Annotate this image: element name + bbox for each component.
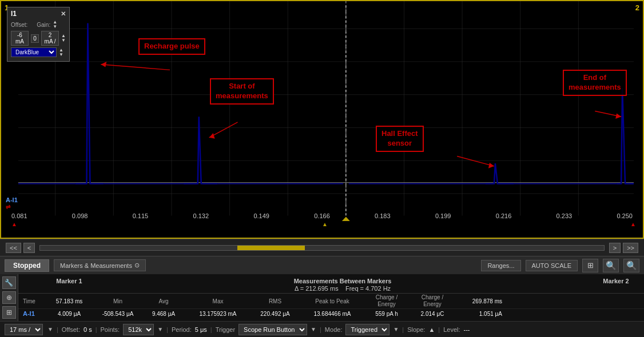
meas-header-row: Marker 1 Measurements Between Markers Δ … (18, 276, 644, 294)
color-select[interactable]: DarkBlue Blue Red Green (11, 47, 57, 57)
zoom-in-icon[interactable]: 🔍 (603, 259, 619, 272)
xaxis-labels: 0.081 0.098 0.115 0.132 0.149 0.166 0.18… (1, 212, 643, 219)
xaxis-center-arrow: ▲ (322, 221, 328, 227)
svg-marker-21 (209, 133, 215, 139)
between-header: Measurements Between Markers Δ = 212.695… (95, 278, 590, 292)
marker1-header: Marker 1 (43, 278, 95, 284)
xaxis-2: 0.115 (133, 212, 149, 219)
auto-scale-btn[interactable]: AUTO SCALE (526, 260, 578, 271)
tool-crosshair[interactable]: ⊕ (2, 291, 16, 304)
gain-arrows[interactable]: ▲▼ (53, 20, 57, 29)
scope-container: 1 2 (0, 0, 644, 337)
tools-panel: 🔧 ⊕ ⊞ (0, 274, 18, 321)
svg-marker-23 (488, 163, 494, 168)
nav-left[interactable]: < (23, 243, 35, 253)
channel-title: I1 (11, 10, 17, 18)
channel-panel: I1 ✕ Offset: Gain: ▲▼ -6 mA 0 2 mA / ▲▼ … (7, 7, 70, 62)
status-button[interactable]: Stopped (5, 259, 49, 272)
color-arrows[interactable]: ▲▼ (59, 48, 63, 57)
annotation-recharge: Recharge pulse (138, 38, 205, 55)
xaxis-1: 0.098 (72, 212, 88, 219)
marker2-header: Marker 2 (590, 278, 642, 284)
tool-wrench[interactable]: 🔧 (2, 276, 16, 289)
measurements-table: Marker 1 Measurements Between Markers Δ … (18, 274, 644, 321)
markers-tab-dropdown[interactable]: ⊙ (134, 262, 140, 269)
scroll-thumb[interactable] (237, 246, 305, 250)
mode-select[interactable]: Triggered (345, 324, 389, 335)
measurements-section: 🔧 ⊕ ⊞ Marker 1 Measurements Between Mark… (0, 274, 644, 321)
nav-right[interactable]: > (609, 243, 621, 253)
xaxis-8: 0.216 (496, 212, 512, 219)
xaxis-5: 0.166 (314, 212, 330, 219)
time-div-select[interactable]: 17 ms / (5, 324, 43, 335)
chart-svg (1, 1, 643, 238)
selection-icon[interactable]: ⊞ (582, 259, 598, 272)
chart-area: 1 2 (0, 0, 644, 239)
offset-arrows[interactable]: ▲▼ (61, 34, 66, 43)
scrollbar-area: << < > >> (0, 239, 644, 256)
xaxis-left-arrow: ▲ (11, 221, 17, 227)
channel-close-btn[interactable]: ✕ (61, 10, 66, 18)
xaxis-right-arrow: ▲ (630, 221, 636, 227)
markers-tab[interactable]: Markers & Measurements ⊙ (54, 259, 146, 271)
meas-data-row: A-I1 4.009 μA -508.543 μA 9.468 μA 13.17… (18, 309, 644, 318)
xaxis-7: 0.199 (435, 212, 451, 219)
xaxis-0: 0.081 (11, 212, 27, 219)
svg-marker-25 (615, 113, 621, 119)
xaxis-6: 0.183 (375, 212, 391, 219)
gain-label: Gain: (37, 22, 50, 28)
nav-far-right[interactable]: >> (623, 243, 638, 253)
offset-value[interactable]: -6 mA (11, 31, 29, 46)
offset-label: Offset: (11, 22, 27, 28)
scroll-track[interactable] (39, 245, 604, 251)
zoom-out-icon[interactable]: 🔍 (623, 259, 639, 272)
nav-far-left[interactable]: << (6, 243, 21, 253)
toolbar: Stopped Markers & Measurements ⊙ Ranges.… (0, 256, 644, 274)
svg-line-18 (101, 65, 170, 70)
annotation-start: Start ofmeasurements (210, 78, 274, 105)
points-select[interactable]: 512k (123, 324, 154, 335)
ranges-btn[interactable]: Ranges... (481, 260, 520, 271)
xaxis-3: 0.132 (193, 212, 209, 219)
xaxis-9: 0.233 (556, 212, 573, 219)
gain-value[interactable]: 2 mA / (41, 31, 59, 46)
annotation-end: End ofmeasurements (563, 70, 627, 96)
svg-line-22 (457, 157, 494, 166)
xaxis-10: 0.250 (617, 212, 633, 219)
bottom-toolbar: 17 ms / ▼ | Offset: 0 s | Points: 512k ▼… (0, 321, 644, 337)
axis-label: A-I1 ⇌ (6, 196, 18, 210)
trigger-select[interactable]: Scope Run Button (238, 324, 307, 335)
tool-grid[interactable]: ⊞ (2, 306, 16, 319)
zero-btn[interactable]: 0 (31, 34, 39, 43)
meas-subheader-row: Time 57.183 ms Min Avg Max RMS Peak to P… (18, 294, 644, 309)
svg-marker-19 (101, 62, 106, 67)
xaxis-4: 0.149 (253, 212, 269, 219)
annotation-hall: Hall Effectsensor (376, 126, 424, 152)
